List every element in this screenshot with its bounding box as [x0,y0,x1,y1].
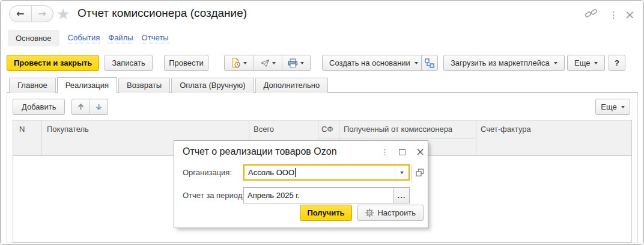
kebab-icon: ⋮ [381,147,389,157]
post-button[interactable]: Провести [164,55,208,71]
post-and-close-label: Провести и закрыть [14,58,92,67]
toolbar-icon-group [224,55,311,71]
text-cursor [295,168,296,177]
column-header-received[interactable]: Полученный от комиссионера [344,125,452,134]
gear-icon [365,208,374,217]
organization-field[interactable]: Ассоль ООО [243,164,410,181]
send-button[interactable] [253,55,281,70]
dialog-close-button[interactable]: × [416,145,425,158]
get-label: Получить [307,208,344,217]
link-icon [585,8,598,18]
move-down-button[interactable] [90,99,108,114]
grid-more-button[interactable]: Еще [595,99,630,115]
organization-label: Организация: [183,164,232,181]
dropdown-arrow-icon [272,62,276,66]
nav-links: Основное События Файлы Отчеты [8,29,169,47]
forward-icon: → [38,9,46,19]
kebab-icon: ⋮ [609,10,618,20]
subheader-divider [318,138,476,138]
nav-item-events[interactable]: События [68,33,100,43]
tab-additional[interactable]: Дополнительно [255,78,329,93]
help-button[interactable]: ? [609,55,625,71]
column-divider [476,120,476,156]
period-label: Отчет за период: [183,187,245,203]
toolbar-more-button[interactable]: Еще [567,55,605,71]
related-documents-button[interactable] [421,55,438,71]
dropdown-arrow-icon [243,62,247,66]
link-button[interactable] [585,8,598,20]
save-label: Записать [112,58,145,67]
tab-payment-manual[interactable]: Оплата (Вручную) [171,78,254,93]
column-header-total[interactable]: Всего [254,125,274,134]
organization-open-button[interactable] [411,164,428,181]
ellipsis-icon: ... [398,191,406,200]
nav-item-reports[interactable]: Отчеты [142,33,169,43]
create-based-on-label: Создать на основании [329,58,410,67]
window-close-button[interactable]: × [625,7,635,22]
back-button[interactable]: ← [10,6,31,22]
move-down-icon [95,103,103,111]
related-documents-icon [425,58,434,68]
dropdown-arrow-icon [554,62,557,66]
add-row-button[interactable]: Добавить [13,99,65,115]
dropdown-arrow-icon [594,62,598,66]
dialog-maximize-button[interactable] [399,149,406,155]
nav-item-files[interactable]: Файлы [108,33,133,43]
window-more-button[interactable]: ⋮ [609,10,618,20]
grid-more-label: Еще [601,102,616,111]
forward-button[interactable]: → [31,6,53,22]
load-from-marketplace-label: Загрузить из маркетплейса [451,58,550,67]
dropdown-arrow-icon [300,62,304,66]
get-button[interactable]: Получить [300,205,352,221]
close-icon: × [625,7,635,22]
back-icon: ← [16,9,24,19]
dropdown-arrow-icon [621,106,625,110]
post-label: Провести [169,58,204,67]
history-nav: ← → [9,5,53,22]
save-button[interactable]: Записать [105,55,153,71]
close-icon: × [416,145,425,158]
configure-label: Настроить [377,208,416,217]
favorite-star-icon[interactable]: ★ [56,5,70,23]
open-icon [416,169,424,177]
column-header-n[interactable]: N [19,125,25,134]
configure-button[interactable]: Настроить [357,205,424,221]
page-title: Отчет комиссионера (создание) [77,7,247,20]
period-field[interactable]: Апрель 2025 г. ... [243,187,410,203]
period-value: Апрель 2025 г. [244,191,300,200]
print-icon [288,58,298,68]
post-and-close-button[interactable]: Провести и закрыть [7,55,99,71]
tab-returns[interactable]: Возвраты [118,78,170,93]
dialog-title: Отчет о реализации товаров Ozon [183,146,337,157]
period-choose-button[interactable]: ... [393,188,409,203]
column-divider [41,120,42,156]
toolbar-more-label: Еще [574,58,590,67]
organization-dropdown-button[interactable] [395,166,409,179]
create-based-on-button[interactable]: Создать на основании [322,55,425,71]
column-header-sf[interactable]: СФ [321,125,333,134]
move-up-button[interactable] [72,99,90,114]
column-header-invoice[interactable]: Счет-фактура [481,125,531,134]
nav-item-main[interactable]: Основное [8,30,59,46]
organization-value: Ассоль ООО [245,168,294,177]
tab-realization[interactable]: Реализация [57,77,117,93]
combobox-arrow-icon [400,172,404,176]
load-from-marketplace-button[interactable]: Загрузить из маркетплейса [443,55,565,71]
app-window: ← → ★ Отчет комиссионера (создание) ⋮ × … [0,0,644,245]
dialog-more-button[interactable]: ⋮ [381,147,389,157]
move-up-icon [77,103,85,111]
tabstrip: Главное Реализация Возвраты Оплата (Вруч… [7,77,637,93]
document-clock-icon [231,58,241,68]
move-row-group [71,99,108,115]
help-label: ? [615,58,619,67]
dropdown-arrow-icon [415,62,418,66]
print-button[interactable] [282,55,310,70]
column-header-buyer[interactable]: Покупатель [47,125,89,134]
add-row-label: Добавить [22,102,56,111]
ozon-report-dialog: Отчет о реализации товаров Ozon ⋮ × Орга… [174,140,428,228]
document-postings-button[interactable] [225,55,253,70]
send-icon [260,59,270,67]
dialog-titlebar[interactable]: Отчет о реализации товаров Ozon [174,141,428,160]
tab-main[interactable]: Главное [9,78,56,93]
